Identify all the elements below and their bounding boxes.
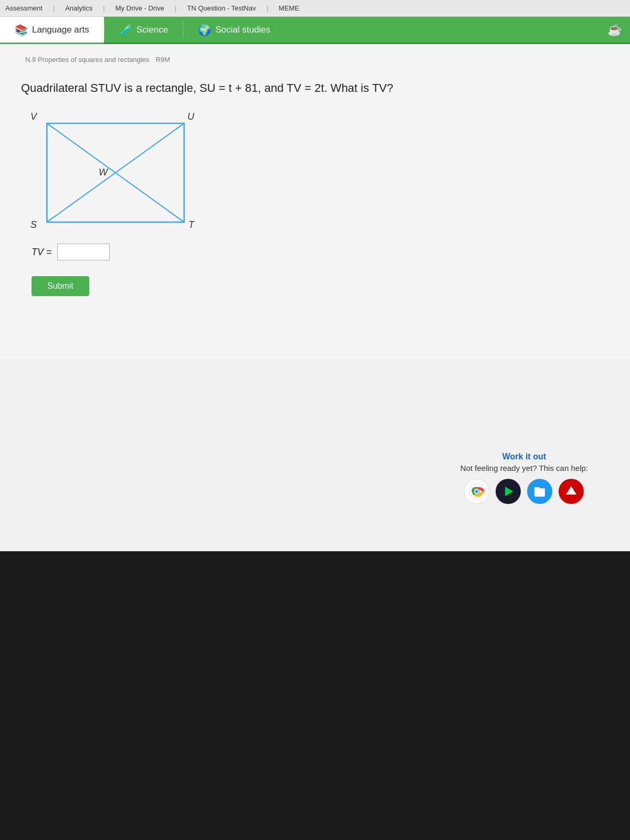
browser-tab-testnav: TN Question - TestNav (187, 4, 256, 12)
tab-science[interactable]: 🧪 Science (104, 17, 183, 43)
tab-language-arts-label: Language arts (32, 25, 89, 35)
svg-rect-9 (534, 487, 540, 490)
content-area: N.9 Properties of squares and rectangles… (0, 44, 630, 359)
vertex-w-label: W (99, 167, 108, 178)
svg-marker-7 (505, 487, 513, 496)
work-it-out-title: Work it out (460, 452, 588, 461)
tv-answer-input[interactable] (57, 244, 110, 260)
tv-equals-label: TV = (32, 247, 52, 258)
vertex-u-label: U (187, 111, 194, 122)
red-app-icon[interactable] (559, 479, 584, 504)
browser-tab-assessment: Assessment (5, 4, 43, 12)
browser-tab-drive: My Drive - Drive (116, 4, 164, 12)
social-studies-icon: 🌍 (198, 24, 211, 36)
work-it-out-subtitle: Not feeling ready yet? This can help: (460, 464, 588, 472)
language-arts-icon: 📚 (15, 24, 28, 36)
browser-tab-meme: MEME (279, 4, 299, 12)
app-icons-row (460, 479, 588, 504)
tab-social-studies-label: Social studies (215, 25, 270, 35)
breadcrumb-code: R9M (155, 56, 170, 64)
question-text: Quadrilateral STUV is a rectangle, SU = … (21, 79, 609, 97)
main-nav: 📚 Language arts 🧪 Science 🌍 Social studi… (0, 17, 630, 44)
nav-right-icon[interactable]: ☕ (599, 17, 630, 43)
submit-button[interactable]: Submit (32, 276, 89, 296)
browser-tab-analytics: Analytics (65, 4, 92, 12)
vertex-v-label: V (30, 111, 37, 122)
diagram-container: V U S T W (32, 112, 200, 233)
chrome-icon[interactable] (464, 479, 489, 504)
svg-point-6 (475, 490, 478, 493)
breadcrumb-text: N.9 Properties of squares and rectangles (25, 56, 149, 64)
browser-bar: Assessment | Analytics | My Drive - Driv… (0, 0, 630, 17)
vertex-t-label: T (188, 219, 194, 230)
rectangle-diagram (32, 112, 200, 233)
tab-social-studies[interactable]: 🌍 Social studies (183, 17, 285, 43)
tab-science-label: Science (136, 25, 168, 35)
breadcrumb: N.9 Properties of squares and rectangles… (21, 55, 609, 64)
dark-background (0, 551, 630, 840)
work-it-out-section: Work it out Not feeling ready yet? This … (460, 452, 588, 504)
tab-language-arts[interactable]: 📚 Language arts (0, 17, 104, 43)
science-icon: 🧪 (119, 24, 132, 36)
play-icon[interactable] (496, 479, 521, 504)
answer-row: TV = (32, 244, 598, 260)
vertex-s-label: S (30, 219, 37, 230)
files-icon[interactable] (527, 479, 552, 504)
question-content: Quadrilateral STUV is a rectangle, SU = … (21, 81, 393, 94)
